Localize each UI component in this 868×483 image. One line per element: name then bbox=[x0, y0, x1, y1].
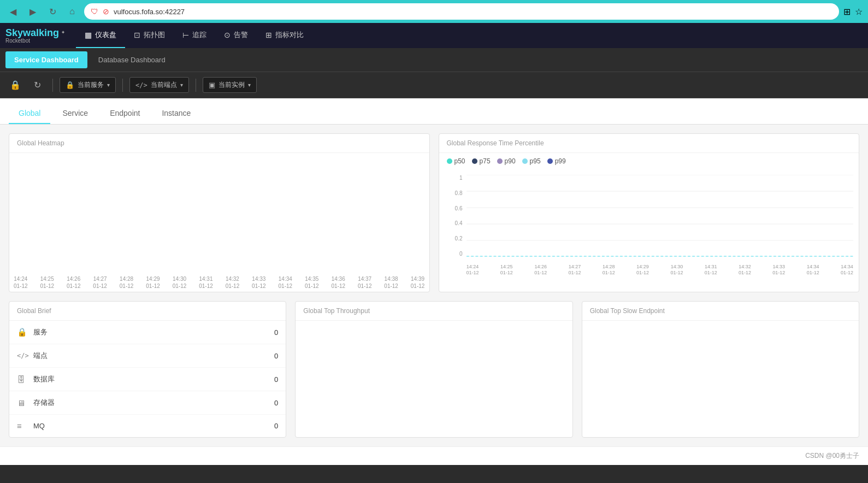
browser-chrome: ◀ ▶ ↻ ⌂ 🛡 ⊘ vulfocus.fofa.so:42227 ⊞ ☆ bbox=[0, 0, 868, 23]
nav-topology-label: 拓扑图 bbox=[144, 30, 165, 40]
brief-database-label: 数据库 bbox=[33, 374, 274, 384]
brief-endpoint-label: 端点 bbox=[33, 351, 274, 361]
legend-dot-p90 bbox=[497, 158, 503, 164]
legend-dot-p99 bbox=[547, 158, 553, 164]
nav-alert-label: 告警 bbox=[234, 30, 248, 40]
nav-dashboard-label: 仪表盘 bbox=[95, 30, 116, 40]
brief-mq-icon: ≡ bbox=[17, 421, 28, 431]
response-time-chart: 1 0.8 0.6 0.4 0.2 0 bbox=[439, 169, 859, 279]
bottom-panels-grid: Global Brief 🔒 服务 0 </> 端点 0 🗄 bbox=[9, 301, 859, 438]
legend-dot-p50 bbox=[447, 158, 452, 164]
brief-database-icon: 🗄 bbox=[17, 375, 28, 384]
legend-dot-p95 bbox=[522, 158, 528, 164]
top-nav: Skywalking ✦ Rocketbot ▦ 仪表盘 ⊡ 拓扑图 ⊢ 追踪 … bbox=[0, 23, 868, 48]
legend-dot-p75 bbox=[472, 158, 477, 164]
top-slow-endpoint-header: Global Top Slow Endpoint bbox=[582, 302, 859, 321]
instance-selector-chevron: ▾ bbox=[248, 82, 251, 88]
main-content: Global Heatmap 14:2401-12 14:2501-12 14:… bbox=[0, 125, 868, 446]
topology-icon: ⊡ bbox=[134, 31, 140, 39]
lock-button[interactable]: 🔒 bbox=[7, 76, 24, 94]
alert-icon: ⊙ bbox=[224, 31, 231, 39]
brief-mq-label: MQ bbox=[33, 422, 274, 430]
brief-mq-count: 0 bbox=[274, 422, 278, 430]
logo: Skywalking ✦ Rocketbot bbox=[5, 28, 65, 44]
page-tabs: Global Service Endpoint Instance bbox=[0, 98, 868, 125]
service-selector[interactable]: 🔒 当前服务 ▾ bbox=[60, 77, 116, 93]
url-text: vulfocus.fofa.so:42227 bbox=[114, 8, 832, 16]
tab-service[interactable]: Service bbox=[52, 103, 98, 124]
response-time-legend: p50 p75 p90 p95 bbox=[439, 153, 859, 169]
warning-icon: ⊘ bbox=[103, 7, 109, 16]
brief-endpoint-count: 0 bbox=[274, 352, 278, 360]
browser-actions: ⊞ ☆ bbox=[843, 7, 863, 17]
brief-row-database: 🗄 数据库 0 bbox=[9, 368, 286, 391]
brief-row-mq: ≡ MQ 0 bbox=[9, 415, 286, 437]
tab-endpoint[interactable]: Endpoint bbox=[100, 103, 150, 124]
instance-selector[interactable]: ▣ 当前实例 ▾ bbox=[203, 77, 257, 93]
chart-svg bbox=[467, 175, 854, 257]
nav-trace-label: 追踪 bbox=[192, 30, 206, 40]
back-button[interactable]: ◀ bbox=[5, 4, 21, 19]
brief-list: 🔒 服务 0 </> 端点 0 🗄 数据库 0 bbox=[9, 321, 286, 437]
brief-endpoint-icon: </> bbox=[17, 352, 28, 360]
endpoint-selector-label: 当前端点 bbox=[151, 80, 177, 90]
tab-instance[interactable]: Instance bbox=[152, 103, 200, 124]
nav-dashboard[interactable]: ▦ 仪表盘 bbox=[76, 23, 125, 48]
footer-text: CSDN @00勇士子 bbox=[805, 452, 859, 460]
nav-metrics-label: 指标对比 bbox=[275, 30, 304, 40]
nav-topology[interactable]: ⊡ 拓扑图 bbox=[125, 23, 174, 48]
home-button[interactable]: ⌂ bbox=[64, 4, 80, 19]
brief-header: Global Brief bbox=[9, 302, 286, 321]
brief-service-label: 服务 bbox=[33, 327, 274, 337]
nav-metrics[interactable]: ⊞ 指标对比 bbox=[257, 23, 312, 48]
tab-service-dashboard[interactable]: Service Dashboard bbox=[5, 51, 87, 68]
heatmap-body bbox=[9, 153, 429, 273]
top-throughput-panel: Global Top Throughput bbox=[295, 301, 572, 438]
top-panels-grid: Global Heatmap 14:2401-12 14:2501-12 14:… bbox=[9, 133, 859, 292]
refresh-button[interactable]: ↻ bbox=[28, 76, 46, 94]
logo-text: Skywalking ✦ bbox=[5, 28, 65, 38]
footer: CSDN @00勇士子 bbox=[0, 446, 868, 465]
chart-x-axis: 14:2401-12 14:2501-12 14:2601-12 14:2701… bbox=[467, 264, 854, 276]
logo-sub: Rocketbot bbox=[5, 38, 65, 44]
top-slow-endpoint-body bbox=[582, 321, 859, 408]
star-button[interactable]: ☆ bbox=[855, 7, 863, 17]
tab-database-dashboard[interactable]: Database Dashboard bbox=[90, 51, 174, 68]
brief-storage-icon: 🖥 bbox=[17, 398, 28, 408]
legend-p50: p50 bbox=[447, 157, 465, 165]
toolbar-divider-1 bbox=[52, 79, 53, 92]
brief-row-service: 🔒 服务 0 bbox=[9, 321, 286, 344]
endpoint-selector-icon: </> bbox=[135, 81, 147, 89]
nav-alert[interactable]: ⊙ 告警 bbox=[215, 23, 257, 48]
instance-selector-icon: ▣ bbox=[209, 81, 215, 89]
address-bar[interactable]: 🛡 ⊘ vulfocus.fofa.so:42227 bbox=[84, 3, 839, 20]
metrics-icon: ⊞ bbox=[265, 31, 272, 39]
forward-button[interactable]: ▶ bbox=[25, 4, 40, 19]
heatmap-header: Global Heatmap bbox=[9, 134, 429, 153]
legend-p90: p90 bbox=[497, 157, 516, 165]
brief-service-icon: 🔒 bbox=[17, 327, 28, 337]
instance-selector-label: 当前实例 bbox=[219, 80, 245, 90]
legend-p95: p95 bbox=[522, 157, 541, 165]
toolbar-divider-2 bbox=[122, 79, 123, 92]
endpoint-selector[interactable]: </> 当前端点 ▾ bbox=[129, 77, 189, 93]
security-icon: 🛡 bbox=[91, 7, 98, 16]
toolbar: 🔒 ↻ 🔒 当前服务 ▾ </> 当前端点 ▾ ▣ 当前实例 ▾ bbox=[0, 72, 868, 98]
app-container: Skywalking ✦ Rocketbot ▦ 仪表盘 ⊡ 拓扑图 ⊢ 追踪 … bbox=[0, 23, 868, 483]
toolbar-divider-3 bbox=[196, 79, 196, 92]
reload-button[interactable]: ↻ bbox=[45, 4, 60, 19]
legend-p99: p99 bbox=[547, 157, 566, 165]
endpoint-selector-chevron: ▾ bbox=[180, 82, 183, 88]
legend-p75: p75 bbox=[472, 157, 491, 165]
tab-global[interactable]: Global bbox=[9, 103, 50, 124]
chart-line-area bbox=[467, 175, 854, 257]
service-selector-label: 当前服务 bbox=[78, 80, 104, 90]
top-throughput-header: Global Top Throughput bbox=[296, 302, 572, 321]
nav-trace[interactable]: ⊢ 追踪 bbox=[174, 23, 215, 48]
dashboard-icon: ▦ bbox=[85, 31, 92, 39]
qr-button[interactable]: ⊞ bbox=[843, 7, 851, 17]
brief-database-count: 0 bbox=[274, 375, 278, 384]
top-slow-endpoint-panel: Global Top Slow Endpoint bbox=[582, 301, 859, 438]
brief-panel: Global Brief 🔒 服务 0 </> 端点 0 🗄 bbox=[9, 301, 286, 438]
trace-icon: ⊢ bbox=[182, 31, 189, 39]
